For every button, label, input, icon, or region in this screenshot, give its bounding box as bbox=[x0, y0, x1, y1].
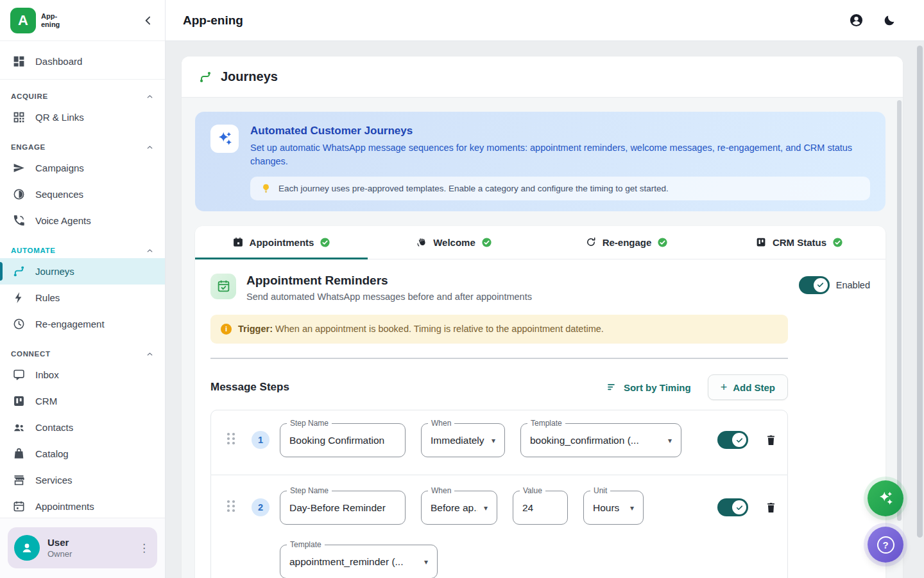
user-menu-button[interactable]: ⋮ bbox=[139, 541, 150, 555]
when-select[interactable]: When Immediately▾ bbox=[421, 423, 505, 457]
unit-select[interactable]: Unit Hours▾ bbox=[583, 491, 644, 525]
reminders-toggle-wrap: Enabled bbox=[799, 274, 870, 294]
content-scrollbar-thumb[interactable] bbox=[897, 100, 902, 521]
reminders-header: Appointment Reminders Send automated Wha… bbox=[210, 274, 870, 302]
sidebar-item-services[interactable]: Services bbox=[0, 467, 165, 493]
section-header-engage[interactable]: ENGAGE bbox=[0, 139, 165, 155]
tab-label: CRM Status bbox=[773, 237, 826, 248]
banner-body: Set up automatic WhatsApp message sequen… bbox=[250, 141, 870, 169]
reminders-title: Appointment Reminders bbox=[246, 274, 532, 288]
field-value: Before ap... bbox=[431, 502, 477, 514]
lightbulb-icon bbox=[261, 183, 271, 194]
section-header-acquire[interactable]: ACQUIRE bbox=[0, 89, 165, 104]
step-enabled-toggle[interactable] bbox=[717, 431, 748, 449]
dropdown-arrow-icon: ▾ bbox=[668, 436, 672, 445]
sidebar-item-label: Rules bbox=[35, 292, 60, 303]
app-logo-text: App- ening bbox=[41, 12, 60, 28]
sidebar-item-label: QR & Links bbox=[35, 112, 84, 123]
sidebar-item-contacts[interactable]: Contacts bbox=[0, 414, 165, 441]
chevron-up-icon bbox=[146, 92, 154, 101]
sidebar-item-qr-links[interactable]: QR & Links bbox=[0, 104, 165, 130]
trigger-text-block: Trigger: When an appointment is booked. … bbox=[238, 323, 604, 336]
user-name: User bbox=[47, 537, 72, 548]
sidebar: A App- ening Dashboard ACQUIRE QR & Link… bbox=[0, 0, 166, 578]
sidebar-item-journeys[interactable]: Journeys bbox=[0, 258, 165, 285]
topbar-icons bbox=[849, 13, 896, 28]
sidebar-item-label: Voice Agents bbox=[35, 215, 91, 226]
waving-hand-icon bbox=[416, 236, 427, 248]
app-logo-letter: A bbox=[18, 12, 28, 29]
step-row-1: 1 Step Name Booking Confirmation When Im… bbox=[210, 410, 788, 475]
dropdown-arrow-icon: ▾ bbox=[484, 504, 488, 512]
sidebar-item-label: Services bbox=[35, 475, 73, 486]
reminders-title-block: Appointment Reminders Send automated Wha… bbox=[246, 274, 532, 302]
sidebar-item-rules[interactable]: Rules bbox=[0, 285, 165, 311]
window-scrollbar-thumb[interactable] bbox=[917, 46, 923, 538]
chevron-left-icon bbox=[142, 14, 155, 27]
when-select[interactable]: When Before ap...▾ bbox=[421, 491, 497, 525]
tab-welcome[interactable]: Welcome bbox=[368, 226, 540, 259]
sidebar-item-crm[interactable]: CRM bbox=[0, 388, 165, 414]
sidebar-item-sequences[interactable]: Sequences bbox=[0, 181, 165, 207]
sort-by-timing-button[interactable]: Sort by Timing bbox=[606, 381, 691, 393]
send-icon bbox=[12, 161, 26, 175]
delete-step-icon[interactable] bbox=[765, 434, 777, 447]
tab-appointments[interactable]: Appointments bbox=[195, 226, 368, 259]
field-value: 24 bbox=[522, 502, 533, 514]
sidebar-item-dashboard[interactable]: Dashboard bbox=[0, 48, 165, 74]
banner-text-block: Automated Customer Journeys Set up autom… bbox=[250, 125, 870, 200]
sidebar-item-label: Sequences bbox=[35, 189, 83, 200]
journeys-route-icon bbox=[198, 70, 212, 84]
user-card[interactable]: User Owner ⋮ bbox=[8, 527, 157, 568]
tab-re-engage[interactable]: Re-engage bbox=[540, 226, 713, 259]
help-fab[interactable]: ? bbox=[868, 527, 903, 563]
step-name-field[interactable]: Step Name Day-Before Reminder bbox=[280, 491, 406, 525]
sidebar-item-campaigns[interactable]: Campaigns bbox=[0, 155, 165, 181]
reminders-enabled-toggle[interactable] bbox=[799, 276, 830, 294]
tab-crm-status[interactable]: CRM Status bbox=[713, 226, 886, 259]
refresh-icon bbox=[585, 236, 597, 248]
vertical-dots-icon: ⋮ bbox=[139, 542, 150, 554]
field-value: Booking Confirmation bbox=[289, 435, 384, 446]
people-icon bbox=[12, 421, 26, 434]
ai-assistant-fab[interactable] bbox=[868, 480, 903, 516]
step-enabled-toggle[interactable] bbox=[717, 498, 748, 516]
drag-handle-icon[interactable] bbox=[227, 433, 235, 444]
sidebar-item-appointments[interactable]: Appointments bbox=[0, 493, 165, 520]
delete-step-icon[interactable] bbox=[765, 501, 777, 514]
sidebar-item-label: Appointments bbox=[35, 501, 94, 512]
account-circle-icon[interactable] bbox=[849, 13, 864, 28]
dark-mode-moon-icon[interactable] bbox=[883, 14, 896, 27]
add-step-button[interactable]: + Add Step bbox=[708, 374, 788, 400]
step-actions bbox=[717, 498, 777, 516]
sidebar-collapse-button[interactable] bbox=[142, 14, 155, 27]
sidebar-item-inbox[interactable]: Inbox bbox=[0, 362, 165, 388]
route-icon bbox=[12, 265, 26, 278]
section-title: CONNECT bbox=[11, 350, 51, 358]
clock-icon bbox=[12, 317, 26, 331]
template-select[interactable]: Template booking_confirmation (...▾ bbox=[520, 423, 681, 457]
section-divider bbox=[210, 358, 788, 359]
drag-handle-icon[interactable] bbox=[227, 500, 235, 512]
dashboard-icon bbox=[12, 55, 26, 68]
check-badge-icon bbox=[832, 237, 843, 248]
sidebar-item-label: Catalog bbox=[35, 448, 69, 459]
value-field[interactable]: Value 24 bbox=[513, 491, 568, 525]
plus-icon: + bbox=[721, 381, 728, 393]
banner-tip: Each journey uses pre-approved templates… bbox=[250, 177, 870, 200]
step-name-field[interactable]: Step Name Booking Confirmation bbox=[280, 423, 406, 457]
sidebar-item-catalog[interactable]: Catalog bbox=[0, 441, 165, 467]
sidebar-item-voice-agents[interactable]: Voice Agents bbox=[0, 207, 165, 234]
sidebar-item-re-engagement[interactable]: Re-engagement bbox=[0, 311, 165, 337]
section-header-connect[interactable]: CONNECT bbox=[0, 346, 165, 362]
message-steps-header: Message Steps Sort by Timing + Add Step bbox=[210, 374, 788, 400]
sidebar-item-label: Campaigns bbox=[35, 162, 84, 173]
toggle-knob bbox=[732, 500, 746, 514]
dropdown-arrow-icon: ▾ bbox=[630, 504, 634, 512]
template-select[interactable]: Template appointment_reminder (...▾ bbox=[280, 545, 438, 578]
step-number-badge: 1 bbox=[252, 431, 270, 449]
sparkles-icon bbox=[216, 130, 234, 148]
field-label: When bbox=[428, 486, 454, 495]
section-header-automate[interactable]: AUTOMATE bbox=[0, 243, 165, 258]
calendar-icon bbox=[232, 236, 244, 248]
